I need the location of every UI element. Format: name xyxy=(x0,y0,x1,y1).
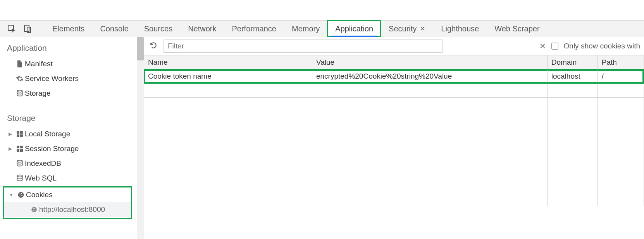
sidebar-item-storage-overview[interactable]: ▶ Storage xyxy=(0,86,144,101)
application-sidebar: Application ▶ Manifest ▶ Service Workers… xyxy=(0,37,144,239)
separator xyxy=(42,24,42,33)
device-toolbar-icon[interactable] xyxy=(23,24,33,33)
sidebar-item-session-storage[interactable]: ▶ Session Storage xyxy=(0,141,144,156)
grid-icon xyxy=(15,145,25,152)
col-name[interactable]: Name xyxy=(144,55,312,69)
svg-rect-5 xyxy=(20,131,23,134)
svg-point-18 xyxy=(20,196,21,196)
svg-rect-9 xyxy=(20,146,23,148)
only-show-checkbox[interactable] xyxy=(551,43,558,50)
reload-icon[interactable] xyxy=(148,41,159,52)
col-domain[interactable]: Domain xyxy=(547,55,598,69)
sidebar-item-label: http://localhost:8000 xyxy=(39,205,105,214)
inspect-tools xyxy=(0,21,40,37)
divider xyxy=(0,104,144,104)
sidebar-item-label: Service Workers xyxy=(25,74,79,83)
tab-performance[interactable]: Performance xyxy=(224,21,284,37)
main-split: Application ▶ Manifest ▶ Service Workers… xyxy=(0,37,644,239)
filter-input[interactable] xyxy=(164,40,443,53)
devtools-tab-strip: Elements Console Sources Network Perform… xyxy=(0,20,644,37)
tab-security[interactable]: Security ✕ xyxy=(381,21,433,37)
inspect-element-icon[interactable] xyxy=(7,24,16,33)
sidebar-item-label: Session Storage xyxy=(25,144,79,153)
svg-point-15 xyxy=(19,193,21,194)
chevron-right-icon[interactable]: ▶ xyxy=(7,146,13,151)
table-row[interactable]: Cookie token name encrypted%20Cookie%20s… xyxy=(144,69,644,83)
only-show-label: Only show cookies with xyxy=(564,42,640,50)
sidebar-item-label: Cookies xyxy=(26,191,53,199)
sidebar-item-label: Storage xyxy=(25,89,51,98)
svg-rect-4 xyxy=(17,131,19,134)
tab-network[interactable]: Network xyxy=(180,21,224,37)
section-title-application: Application xyxy=(0,37,144,57)
svg-point-14 xyxy=(18,192,24,198)
sidebar-item-label: Manifest xyxy=(25,60,53,68)
sidebar-item-label: IndexedDB xyxy=(25,159,61,168)
cookies-table: Name Value Domain Path Cookie token name… xyxy=(144,55,644,206)
cell-name[interactable]: Cookie token name xyxy=(144,69,312,83)
svg-rect-10 xyxy=(17,149,19,152)
file-icon xyxy=(15,60,25,68)
sidebar-item-manifest[interactable]: ▶ Manifest xyxy=(0,57,144,71)
sidebar-item-label: Local Storage xyxy=(25,130,70,138)
sidebar-item-label: Web SQL xyxy=(25,174,57,182)
sidebar-item-web-sql[interactable]: ▶ Web SQL xyxy=(0,171,144,186)
svg-point-20 xyxy=(33,208,34,209)
svg-point-16 xyxy=(21,193,22,194)
svg-point-3 xyxy=(17,90,22,92)
tab-memory[interactable]: Memory xyxy=(284,21,327,37)
svg-rect-6 xyxy=(17,134,19,137)
scrollbar-track[interactable] xyxy=(137,37,144,239)
cookie-icon xyxy=(29,206,39,213)
svg-point-21 xyxy=(34,208,35,209)
table-row-empty xyxy=(144,83,644,97)
cookies-table-wrap: Name Value Domain Path Cookie token name… xyxy=(144,55,644,239)
sidebar-item-indexeddb[interactable]: ▶ IndexedDB xyxy=(0,156,144,171)
grid-icon xyxy=(15,131,25,138)
tab-elements[interactable]: Elements xyxy=(45,21,92,37)
window-top-spacer xyxy=(0,0,644,20)
cookies-highlight: ▼ Cookies http://localhost:8000 xyxy=(3,186,132,219)
table-empty-area xyxy=(144,97,644,206)
gear-icon xyxy=(15,75,25,83)
tab-application[interactable]: Application xyxy=(327,21,381,37)
close-icon[interactable]: ✕ xyxy=(420,24,425,33)
svg-rect-7 xyxy=(20,134,23,137)
cell-value[interactable]: encrypted%20Cookie%20string%20Value xyxy=(312,69,547,83)
svg-rect-11 xyxy=(20,149,23,152)
svg-point-23 xyxy=(33,210,34,211)
svg-point-19 xyxy=(31,207,37,212)
svg-point-17 xyxy=(21,195,22,196)
svg-point-22 xyxy=(34,210,35,210)
sidebar-item-service-workers[interactable]: ▶ Service Workers xyxy=(0,71,144,86)
database-icon xyxy=(15,174,25,182)
col-path[interactable]: Path xyxy=(598,55,644,69)
tab-web-scraper[interactable]: Web Scraper xyxy=(487,21,547,37)
clear-filter-icon[interactable]: ✕ xyxy=(539,41,546,51)
chevron-right-icon[interactable]: ▶ xyxy=(7,131,13,137)
tab-sources[interactable]: Sources xyxy=(136,21,180,37)
sidebar-item-cookies[interactable]: ▼ Cookies xyxy=(4,187,131,202)
col-value[interactable]: Value xyxy=(312,55,547,69)
sidebar-item-local-storage[interactable]: ▶ Local Storage xyxy=(0,127,144,141)
section-title-storage: Storage xyxy=(0,107,144,127)
svg-point-12 xyxy=(17,160,22,162)
svg-rect-8 xyxy=(17,146,19,148)
scrollbar-thumb[interactable] xyxy=(137,37,144,60)
chevron-down-icon[interactable]: ▼ xyxy=(8,192,14,198)
svg-point-13 xyxy=(17,175,22,177)
database-icon xyxy=(15,89,25,97)
sidebar-item-cookies-origin[interactable]: http://localhost:8000 xyxy=(4,202,131,217)
tab-lighthouse[interactable]: Lighthouse xyxy=(433,21,487,37)
cell-domain[interactable]: localhost xyxy=(547,69,598,83)
cell-path[interactable]: / xyxy=(598,69,644,83)
cookie-icon xyxy=(16,191,26,199)
database-icon xyxy=(15,160,25,167)
cookies-pane: ✕ Only show cookies with Name Value Doma… xyxy=(144,37,644,239)
table-header-row: Name Value Domain Path xyxy=(144,55,644,69)
cookies-toolbar: ✕ Only show cookies with xyxy=(144,37,644,55)
tab-console[interactable]: Console xyxy=(92,21,136,37)
